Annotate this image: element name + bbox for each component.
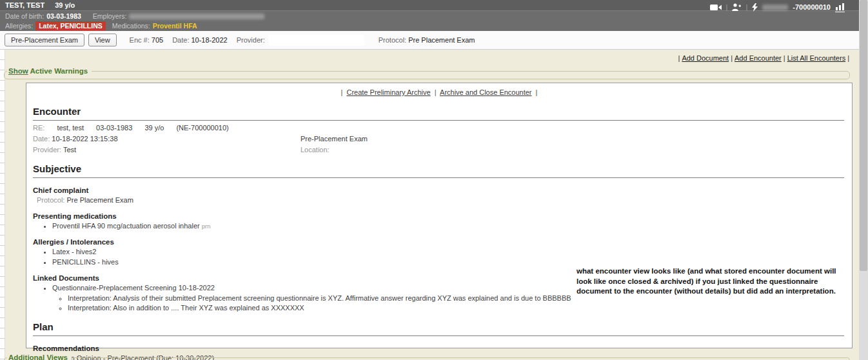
view-button[interactable]: View (88, 34, 117, 46)
patient-age: 39 y/o (55, 1, 75, 9)
re-dob: 03-03-1983 (96, 124, 132, 132)
patient-header: TEST, TEST 39 y/o Date of birth: 03-03-1… (0, 0, 859, 31)
reviewer-annotation-note: what encounter view looks like (and what… (577, 266, 845, 297)
provider-label: Provider: (237, 36, 265, 44)
patient-dob-row: Date of birth: 03-03-1983 Employers: (0, 12, 859, 21)
interpretation-item: Interpretation: Also in addition to ....… (68, 304, 845, 312)
scrollbar-thumb[interactable] (860, 0, 867, 271)
chief-complaint-line: Protocol: Pre Placement Exam (33, 196, 845, 204)
protocol-label: Protocol: (379, 36, 406, 44)
add-document-link[interactable]: Add Document (682, 54, 729, 62)
medication-prn-suffix: prn (202, 223, 211, 230)
encounter-provider-value: Test (63, 146, 76, 154)
archive-links-top: | Create Preliminary Archive | Archive a… (33, 88, 845, 96)
vertical-scrollbar[interactable] (859, 0, 868, 360)
additional-views-fieldset: Additional Views (4, 357, 850, 360)
patient-allergy-row: Allergies: Latex, PENICILLINS Medication… (0, 21, 859, 30)
show-warnings-link[interactable]: Show (8, 67, 28, 75)
provider-redacted-value (269, 35, 364, 46)
encounter-location-label: Location: (301, 146, 330, 154)
active-warnings-title: Active Warnings (30, 67, 88, 75)
create-preliminary-archive-link[interactable]: Create Preliminary Archive (346, 88, 430, 96)
dob-label: Date of birth: (5, 12, 44, 20)
re-age: 39 y/o (144, 124, 164, 132)
re-name: test, test (57, 124, 84, 132)
allergy-item: PENICILLINS - hives (52, 258, 845, 266)
encounter-section-heading: Encounter (33, 106, 844, 121)
encounter-date-value: 10-18-2022 13:15:38 (52, 135, 117, 143)
re-id: (NE-700000010) (176, 124, 228, 132)
dob-value: 03-03-1983 (46, 12, 81, 20)
interpretations-list: Interpretation: Analysis of their submit… (52, 294, 845, 312)
chart-icon[interactable] (835, 3, 845, 12)
enc-number-value: 705 (152, 36, 163, 44)
video-camera-icon[interactable] (710, 4, 722, 11)
medication-item: Proventil HFA 90 mcg/actuation aerosol i… (52, 222, 845, 230)
medications-label: Medications: (112, 22, 150, 30)
re-label: RE: (33, 124, 44, 132)
patient-name: TEST, TEST (5, 1, 44, 9)
active-warnings-legend: Show Active Warnings (7, 67, 92, 75)
add-person-icon[interactable] (732, 3, 741, 11)
enc-date-label: Date: (172, 36, 189, 44)
chief-complaint-protocol-label: Protocol: (37, 196, 64, 204)
lightning-bolt-icon[interactable] (752, 3, 758, 12)
redacted-id-prefix (762, 5, 788, 10)
recommendations-heading: Recommendations (33, 345, 845, 352)
icon-separator: | (726, 3, 728, 11)
employers-redacted-value (129, 14, 264, 19)
medications-value: Proventil HFA (153, 22, 197, 30)
protocol-value: Pre Placement Exam (408, 36, 475, 44)
list-all-encounters-link[interactable]: List All Encounters (787, 54, 846, 62)
header-icon-cluster: | | -700000010 (710, 3, 845, 12)
encounter-exam-type: Pre-Placement Exam (301, 135, 368, 143)
document-nav-links: |Add Document|Add Encounter|List All Enc… (676, 54, 851, 62)
enc-number-label: Enc #: (130, 36, 150, 44)
encounter-provider-row: Provider: Test Location: (33, 146, 845, 154)
allergies-label: Allergies: (5, 22, 33, 30)
enc-date-value: 10-18-2022 (191, 36, 227, 44)
encounter-date-row: Date: 10-18-2022 13:15:38 Pre-Placement … (33, 135, 845, 143)
archive-and-close-link[interactable]: Archive and Close Encounter (440, 88, 531, 96)
record-number: -700000010 (793, 3, 831, 11)
encounter-panel: | Create Preliminary Archive | Archive a… (26, 83, 853, 348)
encounter-toolbar: Pre-Placement Exam View Enc #: 705 Date:… (0, 31, 859, 50)
allergies-list: Latex - hives2 PENICILLINS - hives (33, 248, 845, 266)
additional-views-legend: Additional Views (7, 354, 72, 360)
pre-placement-exam-button[interactable]: Pre-Placement Exam (5, 34, 84, 46)
active-warnings-fieldset: Show Active Warnings (4, 71, 850, 79)
left-ruler-strip (0, 50, 5, 360)
allergy-item: Latex - hives2 (52, 248, 845, 255)
subjective-section-heading: Subjective (33, 163, 844, 178)
encounter-date-label: Date: (33, 135, 50, 143)
chief-complaint-heading: Chief complaint (33, 186, 845, 194)
employers-label: Employers: (93, 12, 127, 20)
plan-section-heading: Plan (33, 321, 844, 336)
allergies-heading: Allergies / Intolerances (33, 238, 845, 246)
icon-separator: | (745, 3, 747, 11)
presenting-medications-heading: Presenting medications (33, 212, 845, 220)
encounter-provider-label: Provider: (33, 146, 61, 154)
encounter-re-line: RE: test, test 03-03-1983 39 y/o (NE-700… (33, 124, 845, 132)
allergy-badge: Latex, PENICILLINS (35, 21, 106, 30)
add-encounter-link[interactable]: Add Encounter (735, 54, 782, 62)
presenting-medications-list: Proventil HFA 90 mcg/actuation aerosol i… (33, 222, 845, 230)
chief-complaint-protocol-value: Pre Placement Exam (66, 196, 133, 204)
